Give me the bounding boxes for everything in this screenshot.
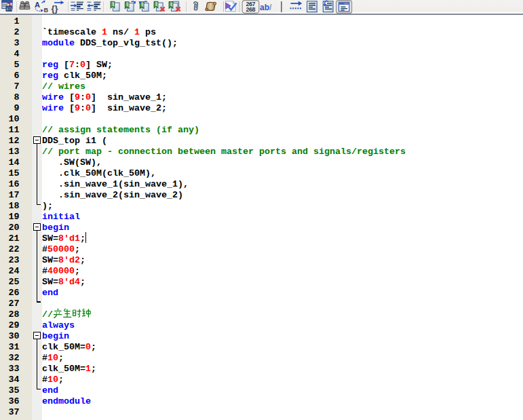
svg-text:268: 268 — [246, 6, 256, 13]
svg-text:A: A — [35, 1, 40, 9]
svg-text:{}: {} — [52, 3, 58, 14]
svg-text:B: B — [44, 7, 49, 14]
svg-text:ab/: ab/ — [260, 3, 272, 12]
